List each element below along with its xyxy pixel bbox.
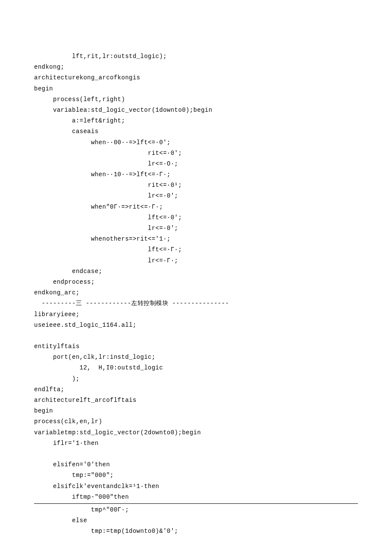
code-line: architecturekong_arcofkongis: [34, 73, 358, 83]
code-line: a:=left&right;: [34, 116, 358, 126]
code-line: endcase;: [34, 266, 358, 277]
code-line: endkong_arc;: [34, 288, 358, 298]
code-line: lr<=·Г·;: [34, 256, 358, 266]
code-line: endkong;: [34, 62, 358, 73]
code-line: when"0Г·=>rit<=·Г·;: [34, 202, 358, 212]
code-line: elsifen='0'then: [34, 459, 358, 470]
code-line: libraryieee;: [34, 309, 358, 320]
section-divider: ---------三 ------------左转控制模块 ----------…: [34, 298, 358, 309]
document-page: lft,rit,lr:outstd_logic);endkong;archite…: [0, 0, 392, 555]
code-line: begin: [34, 84, 358, 94]
code-line: whenothers=>rit<='1·;: [34, 234, 358, 244]
code-line: variablea:std_logic_vector(1downto0);beg…: [34, 105, 358, 116]
code-line: tmp:="000";: [34, 470, 358, 481]
code-line: variabletmp:std_logic_vector(2downto0);b…: [34, 427, 358, 438]
code-line: entitylftais: [34, 341, 358, 352]
code-line: when··10··=>lft<=·Г·;: [34, 169, 358, 180]
horizontal-rule: [34, 503, 358, 504]
code-line: begin: [34, 406, 358, 416]
code-line: tmp^"00Г·;: [34, 505, 358, 515]
code-line: lft<=·Г·;: [34, 244, 358, 255]
code-line: port(en,clk,lr:instd_logic;: [34, 352, 358, 363]
code-line: process(clk,en,lr): [34, 416, 358, 427]
code-block-3: tmp^"00Г·; else tmp:=tmp(1downto0)&'0';: [34, 505, 358, 537]
code-line: rit<=·0¹;: [34, 180, 358, 191]
code-line: lr<=·0';: [34, 191, 358, 201]
code-line: else: [34, 515, 358, 526]
code-line: lft<=·0';: [34, 212, 358, 223]
code-line: rit<=·0';: [34, 148, 358, 159]
code-line: iflr='1·then: [34, 438, 358, 449]
code-line: endprocess;: [34, 277, 358, 288]
code-block-2: libraryieee;useieee.std_logic_1164.all; …: [34, 309, 358, 503]
code-line: caseais: [34, 126, 358, 137]
code-line: lft,rit,lr:outstd_logic);: [34, 51, 358, 62]
code-line: useieee.std_logic_1164.all;: [34, 320, 358, 331]
code-line: 12, H,I0:outstd_logic: [34, 363, 358, 373]
code-line: elsifclk'eventandclk=¹1·then: [34, 481, 358, 492]
code-line: when··00··=>lft<=·0';: [34, 137, 358, 148]
code-line: process(left,right): [34, 94, 358, 105]
code-line: architecturelft_arcoflftais: [34, 395, 358, 406]
code-block-1: lft,rit,lr:outstd_logic);endkong;archite…: [34, 51, 358, 298]
code-line: iftmp-"000"then: [34, 492, 358, 503]
code-line: );: [34, 374, 358, 384]
code-line: [34, 449, 358, 459]
code-line: lr<=·O·;: [34, 159, 358, 169]
code-line: lr<=·0';: [34, 223, 358, 234]
code-line: endlfta;: [34, 384, 358, 395]
code-line: [34, 331, 358, 341]
code-line: tmp:=tmp(1downto0)&'0';: [34, 526, 358, 537]
